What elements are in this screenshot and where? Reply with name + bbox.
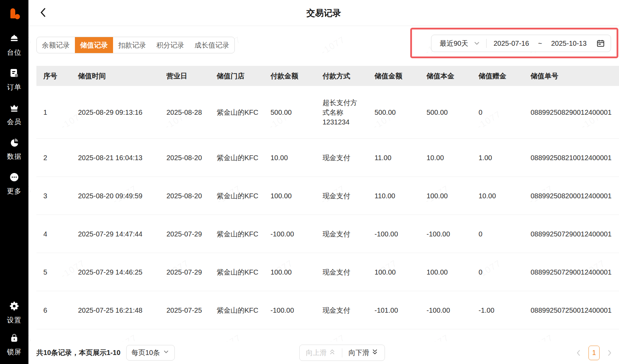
cell-seq: 4 [43, 229, 78, 239]
prev-page-button[interactable] [575, 349, 582, 357]
tab-stored[interactable]: 储值记录 [75, 37, 113, 53]
end-date-field[interactable]: 2025-10-13 [551, 40, 586, 47]
cell-principal: 500.00 [427, 107, 479, 117]
cell-seq: 3 [43, 191, 78, 201]
cell-seq: 2 [43, 153, 78, 163]
sidebar-nav: 台位 订单 [0, 28, 28, 201]
sidebar-item-tables[interactable]: 台位 [0, 28, 28, 62]
cell-bonus: 0 [479, 107, 531, 117]
cell-bonus: 10.00 [479, 191, 531, 201]
start-date-field[interactable]: 2025-07-16 [493, 40, 529, 47]
cell-time: 2025-07-29 14:47:44 [78, 229, 166, 239]
current-page-button[interactable]: 1 [588, 346, 600, 360]
date-filter: 最近90天 2025-07-16 ~ 2025-10-13 [431, 35, 611, 52]
chevron-down-icon [163, 348, 170, 357]
cell-principal: -100.00 [427, 305, 479, 315]
column-header-order_no: 储值单号 [531, 71, 619, 81]
ellipsis-circle-icon [9, 172, 20, 184]
watermark-text: -1077 [28, 183, 35, 206]
filter-divider [486, 39, 487, 48]
crown-icon [9, 102, 20, 115]
sidebar-item-lock[interactable]: 锁屏 [0, 329, 28, 361]
sidebar-item-label: 更多 [7, 187, 22, 196]
calendar-icon[interactable] [596, 39, 605, 48]
cell-principal: 10.00 [427, 153, 479, 163]
scroll-up-label: 向上滑 [306, 348, 327, 357]
table-row-partial: 088992507250012400001 [36, 329, 619, 341]
cell-store: 紫金山的KFC [217, 267, 270, 277]
sidebar-item-label: 订单 [7, 83, 22, 92]
page-size-select[interactable]: 每页10条 [126, 345, 175, 361]
scroll-up-button[interactable]: 向上滑 [300, 345, 342, 361]
tab-growth[interactable]: 成长值记录 [189, 37, 234, 53]
cell-time: 2025-08-20 09:49:59 [78, 191, 166, 201]
cell-pay_amount: -100.00 [270, 229, 323, 239]
cell-biz_date: 2025-08-20 [166, 191, 217, 201]
record-type-tabs: 余额记录储值记录扣款记录积分记录成长值记录 [36, 37, 235, 53]
page-title: 交易记录 [28, 0, 619, 26]
cell-pay_method: 现金支付 [323, 229, 375, 239]
cell-biz_date: 2025-07-29 [166, 267, 217, 277]
sidebar-item-label: 锁屏 [7, 347, 22, 357]
lock-icon [9, 332, 20, 345]
cell-time: 2025-07-29 14:46:25 [78, 267, 166, 277]
pagination-footer: 共10条记录，本页展示1-10 每页10条 向上滑 向下滑 [28, 341, 619, 364]
transaction-records-page: 台位 订单 [0, 0, 619, 364]
chevron-down-icon[interactable] [473, 40, 481, 47]
date-preset-select[interactable]: 最近90天 [440, 39, 468, 48]
cell-bonus: 0 [479, 229, 531, 239]
cell-store: 紫金山的KFC [217, 229, 270, 239]
cell-biz_date: 2025-07-25 [166, 305, 217, 315]
double-chevron-down-icon [371, 348, 378, 357]
sidebar-item-more[interactable]: 更多 [0, 166, 28, 201]
tab-balance[interactable]: 余额记录 [37, 37, 75, 53]
sidebar-item-orders[interactable]: 订单 [0, 62, 28, 97]
table-row: 42025-07-29 14:47:442025-07-29紫金山的KFC-10… [36, 215, 619, 253]
cell-pay_amount: 10.00 [270, 153, 323, 163]
next-page-button[interactable] [607, 349, 613, 357]
column-header-time: 储值时间 [78, 71, 166, 81]
cell-bonus: -1.00 [479, 305, 531, 315]
cell-store: 紫金山的KFC [217, 191, 270, 201]
cell-order_no: 088992507290012400001 [531, 267, 619, 277]
table-row: 52025-07-29 14:46:252025-07-29紫金山的KFC100… [36, 253, 619, 291]
tab-points[interactable]: 积分记录 [151, 37, 189, 53]
cell-biz_date: 2025-08-28 [166, 107, 217, 117]
column-header-pay_method: 付款方式 [323, 71, 375, 81]
cell-bonus: 0 [479, 267, 531, 277]
column-header-seq: 序号 [43, 71, 78, 81]
cell-biz_date: 2025-08-20 [166, 153, 217, 163]
sidebar-item-label: 会员 [7, 117, 22, 127]
app-logo-icon [6, 3, 22, 25]
cell-order_no: 088992508210012400001 [531, 153, 619, 163]
cell-principal: -100.00 [427, 229, 479, 239]
double-chevron-up-icon [329, 348, 336, 357]
cell-bonus: 1.00 [479, 153, 531, 163]
sidebar-bottom-nav: 设置 锁屏 [0, 297, 28, 361]
scroll-down-button[interactable]: 向下滑 [342, 345, 385, 361]
cell-amount: 100.00 [375, 267, 427, 277]
pie-chart-icon [9, 137, 20, 149]
cell-pay_amount: -100.00 [270, 305, 323, 315]
topbar: 交易记录 [28, 0, 619, 26]
table-cloche-icon [9, 33, 20, 45]
column-header-store: 储值门店 [217, 71, 270, 81]
sidebar-item-data[interactable]: 数据 [0, 132, 28, 166]
cell-principal: 100.00 [427, 267, 479, 277]
transactions-table: 序号储值时间营业日储值门店付款金额付款方式储值金额储值本金储值赠金储值单号 12… [36, 66, 619, 341]
cell-pay_method: 超长支付方式名称1231234 [323, 98, 375, 127]
sidebar-item-label: 台位 [7, 48, 22, 57]
table-row: 32025-08-20 09:49:592025-08-20紫金山的KFC100… [36, 177, 619, 215]
column-header-biz_date: 营业日 [166, 71, 217, 81]
sidebar-item-members[interactable]: 会员 [0, 97, 28, 132]
sidebar-item-label: 设置 [7, 315, 22, 325]
cell-store: 紫金山的KFC [217, 305, 270, 315]
column-header-amount: 储值金额 [375, 71, 427, 81]
cell-order_no: 088992508290012400001 [531, 107, 619, 117]
cell-order_no: 088992507250012400001 [531, 305, 619, 315]
cell-amount: -101.00 [375, 305, 427, 315]
tab-deduct[interactable]: 扣款记录 [113, 37, 151, 53]
table-row: 12025-08-29 09:13:162025-08-28紫金山的KFC500… [36, 86, 619, 139]
pager: 1 [575, 341, 613, 364]
sidebar-item-settings[interactable]: 设置 [0, 297, 28, 329]
